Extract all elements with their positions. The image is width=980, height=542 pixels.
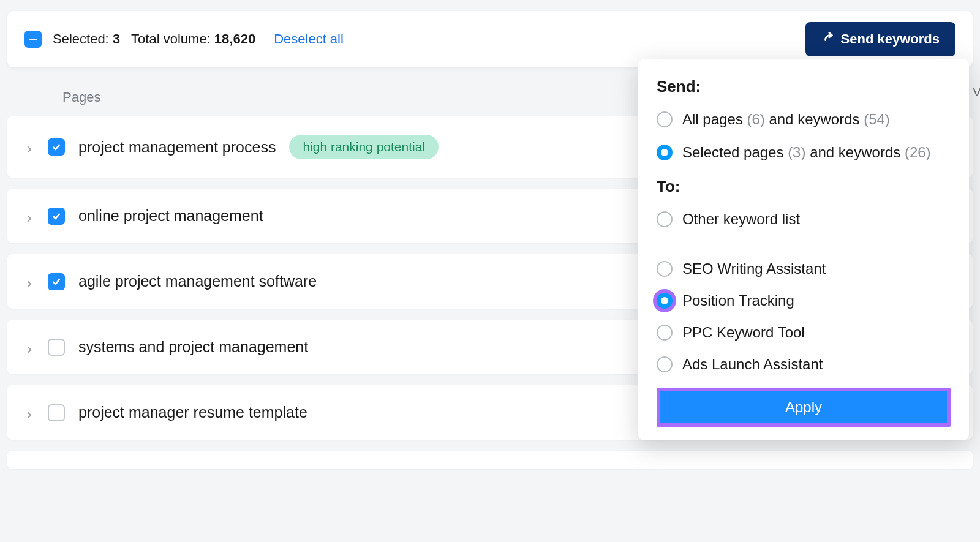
page-title: online project management: [78, 207, 263, 225]
to-option-other-keyword-list[interactable]: Other keyword list: [657, 211, 951, 228]
partial-offscreen-text: V: [973, 85, 980, 99]
send-section-heading: Send:: [657, 77, 951, 96]
selected-count-text: Selected: 3: [53, 31, 120, 47]
row-checkbox[interactable]: [48, 404, 65, 421]
send-option[interactable]: All pages (6) and keywords (54): [657, 111, 951, 128]
row-checkbox[interactable]: [48, 273, 65, 290]
apply-button-highlight: Apply: [657, 388, 951, 427]
chevron-right-icon[interactable]: [24, 277, 34, 287]
status-badge: high ranking potential: [289, 135, 439, 159]
row-checkbox[interactable]: [48, 208, 65, 225]
chevron-right-icon[interactable]: [24, 211, 34, 221]
to-option-label: PPC Keyword Tool: [682, 324, 805, 341]
radio-icon: [657, 325, 673, 341]
radio-icon: [657, 111, 673, 127]
deselect-all-link[interactable]: Deselect all: [274, 31, 344, 47]
send-keywords-button[interactable]: Send keywords: [805, 22, 956, 56]
page-title: project management process: [78, 138, 276, 156]
to-option[interactable]: PPC Keyword Tool: [657, 324, 951, 341]
to-section-heading: To:: [657, 177, 951, 196]
row-checkbox[interactable]: [48, 138, 65, 156]
page-title: agile project management software: [78, 273, 317, 290]
to-option-label: Position Tracking: [682, 292, 794, 309]
chevron-right-icon[interactable]: [24, 142, 34, 152]
send-keywords-label: Send keywords: [841, 31, 940, 47]
table-row: [7, 451, 973, 469]
apply-button[interactable]: Apply: [660, 391, 947, 423]
chevron-right-icon[interactable]: [24, 408, 34, 418]
page-title: project manager resume template: [78, 404, 307, 421]
chevron-right-icon[interactable]: [24, 342, 34, 352]
arrow-icon: [821, 31, 835, 48]
to-option[interactable]: SEO Writing Assistant: [657, 260, 951, 277]
radio-icon: [657, 211, 673, 227]
to-option-label: Other keyword list: [682, 211, 800, 228]
radio-icon: [657, 293, 673, 309]
to-option-label: SEO Writing Assistant: [682, 260, 826, 277]
to-option[interactable]: Position Tracking: [657, 292, 951, 309]
radio-icon: [657, 145, 673, 160]
divider: [657, 244, 951, 244]
radio-icon: [657, 356, 673, 372]
total-volume-text: Total volume: 18,620: [131, 31, 255, 47]
send-keywords-panel: Send: All pages (6) and keywords (54)Sel…: [638, 59, 969, 440]
to-option[interactable]: Ads Launch Assistant: [657, 356, 951, 373]
master-checkbox-indeterminate[interactable]: [24, 31, 42, 48]
radio-icon: [657, 261, 673, 277]
send-option-label: Selected pages (3) and keywords (26): [682, 144, 931, 161]
send-option[interactable]: Selected pages (3) and keywords (26): [657, 144, 951, 161]
send-option-label: All pages (6) and keywords (54): [682, 111, 890, 128]
row-checkbox[interactable]: [48, 339, 65, 356]
to-option-label: Ads Launch Assistant: [682, 356, 823, 373]
page-title: systems and project management: [78, 338, 308, 356]
